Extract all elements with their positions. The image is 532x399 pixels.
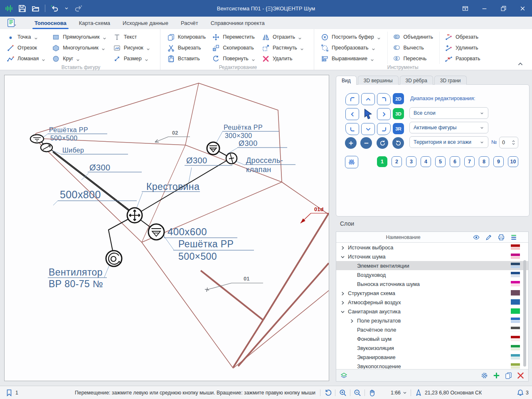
territory-scope-dropdown[interactable]: Территория и все этажи xyxy=(409,136,488,148)
expand-arrow-icon[interactable] xyxy=(340,291,345,296)
edit-column-icon[interactable] xyxy=(483,234,495,241)
layer-color-swatch[interactable] xyxy=(511,254,520,259)
nav-corner-tl-button[interactable] xyxy=(345,93,359,105)
tab-5[interactable]: Справочники проекта xyxy=(204,17,271,29)
chevron-down-icon[interactable] xyxy=(251,57,256,61)
ribbon-circle-button[interactable]: Круг xyxy=(51,53,108,64)
layer-color-swatch[interactable] xyxy=(511,336,520,341)
layer-row-1[interactable]: Источник выброса xyxy=(336,243,528,252)
chevron-down-icon[interactable] xyxy=(146,46,150,50)
number-stepper[interactable]: 0 xyxy=(499,137,518,148)
add-layer-button[interactable] xyxy=(493,372,500,379)
pan-hand-button[interactable] xyxy=(369,389,376,397)
tab-3[interactable]: Исходные данные xyxy=(116,17,175,29)
ribbon-polygon-button[interactable]: Многоугольник xyxy=(51,42,108,53)
restore-button[interactable] xyxy=(494,0,513,17)
figures-scope-dropdown[interactable]: Активные фигуры xyxy=(409,122,488,133)
ribbon-paste-button[interactable]: Вставить xyxy=(166,53,207,64)
nav-down-button[interactable] xyxy=(361,123,375,135)
undo-button[interactable] xyxy=(51,5,59,12)
floors-filter-button[interactable] xyxy=(345,156,358,168)
view-panel-tab-3[interactable]: 3D рёбра xyxy=(400,76,433,85)
open-button[interactable] xyxy=(32,5,39,12)
ribbon-delete-button[interactable]: Удалить xyxy=(261,53,305,64)
ribbon-point-button[interactable]: Точка xyxy=(6,32,47,42)
nav-left-button[interactable] xyxy=(345,108,359,120)
ribbon-union-button[interactable]: Объединить xyxy=(392,32,434,42)
layers-scrollbar[interactable] xyxy=(523,260,526,367)
ribbon-transform-button[interactable]: Преобразовать xyxy=(320,42,382,53)
floor-button-2[interactable]: 2 xyxy=(392,156,402,167)
chevron-down-icon[interactable] xyxy=(480,126,484,130)
chevron-down-icon[interactable] xyxy=(480,111,484,116)
layer-row-6[interactable]: Структурная схема xyxy=(336,288,528,298)
ribbon-trim-button[interactable]: Обрезать xyxy=(444,32,482,42)
ribbon-duplicate-button[interactable]: Скопировать xyxy=(211,42,257,53)
layers-name-column-header[interactable]: Наименование xyxy=(336,234,470,240)
redo-button[interactable] xyxy=(74,5,82,12)
layer-row-7[interactable]: Атмосферный воздух xyxy=(336,298,528,307)
floor-button-8[interactable]: 8 xyxy=(479,156,489,167)
floor-button-7[interactable]: 7 xyxy=(464,156,475,167)
layer-row-2[interactable]: Источник шума xyxy=(336,252,528,261)
ribbon-picture-button[interactable]: Рисунок xyxy=(112,42,152,53)
ribbon-intersect-button[interactable]: Пересечь xyxy=(392,53,434,64)
layer-row-8[interactable]: Санитарная акустика xyxy=(336,307,528,316)
layer-row-4[interactable]: Воздуховод xyxy=(336,270,528,279)
expand-arrow-icon[interactable] xyxy=(350,318,354,323)
rotate-cw-button[interactable] xyxy=(377,137,388,149)
color-column-icon[interactable] xyxy=(507,234,520,241)
tab-2[interactable]: Карта-схема xyxy=(73,17,116,29)
view-panel-tab-4[interactable]: 3D грани xyxy=(434,76,467,85)
tab-4[interactable]: Расчёт xyxy=(175,17,204,29)
view-panel-tab-2[interactable]: 3D вершины xyxy=(358,76,399,85)
layer-settings-button[interactable] xyxy=(481,372,488,379)
ribbon-rotate-button[interactable]: Повернуть xyxy=(211,53,257,64)
save-button[interactable] xyxy=(18,5,26,12)
chevron-down-icon[interactable] xyxy=(41,57,46,61)
layer-row-14[interactable]: Звукопоглощение xyxy=(336,362,528,369)
close-button[interactable] xyxy=(513,0,532,17)
ribbon-dimension-button[interactable]: Размер xyxy=(112,53,152,64)
floor-button-6[interactable]: 6 xyxy=(450,156,460,167)
zoom-out-button[interactable] xyxy=(354,389,361,397)
ribbon-rect-button[interactable]: Прямоугольник xyxy=(51,32,108,42)
nav-corner-tr-button[interactable] xyxy=(377,93,391,105)
north-arrow-icon[interactable] xyxy=(415,389,422,397)
tab-1-active[interactable]: Топооснова xyxy=(28,17,73,29)
add-button[interactable] xyxy=(345,137,357,149)
layer-color-swatch[interactable] xyxy=(511,263,520,268)
ribbon-subtract-button[interactable]: Вычесть xyxy=(392,42,434,53)
floor-button-9[interactable]: 9 xyxy=(493,156,504,167)
scale-value[interactable]: 1:66 xyxy=(391,390,401,396)
layer-color-swatch[interactable] xyxy=(511,345,520,350)
ribbon-text-button[interactable]: Текст xyxy=(112,32,152,42)
layer-row-12[interactable]: Звукоизоляция xyxy=(336,343,528,352)
chevron-down-icon[interactable] xyxy=(144,57,149,61)
expand-arrow-icon[interactable] xyxy=(340,245,345,250)
layer-color-swatch[interactable] xyxy=(511,354,520,360)
layers-stack-icon[interactable] xyxy=(340,372,347,379)
chevron-down-icon[interactable] xyxy=(377,35,381,39)
ribbon-move-button[interactable]: Переместить xyxy=(211,32,257,42)
mode-2d-button[interactable]: 2D xyxy=(393,93,404,104)
ribbon-copy-button[interactable]: Копировать xyxy=(166,32,207,42)
scale-chevron-icon[interactable] xyxy=(402,390,407,395)
floor-button-10[interactable]: 10 xyxy=(508,156,518,167)
collapse-ribbon-button[interactable] xyxy=(517,61,524,67)
chevron-down-icon[interactable] xyxy=(102,35,107,39)
mode-3r-button[interactable]: 3R xyxy=(393,123,404,134)
layer-color-swatch[interactable] xyxy=(511,363,520,369)
project-sheet-icon[interactable] xyxy=(7,18,17,28)
undo-history-chevron-icon[interactable] xyxy=(64,6,69,11)
chevron-down-icon[interactable] xyxy=(371,46,376,50)
layer-color-swatch[interactable] xyxy=(511,327,520,332)
layer-color-swatch[interactable] xyxy=(511,272,520,277)
chevron-down-icon[interactable] xyxy=(298,35,302,39)
floor-button-3[interactable]: 3 xyxy=(406,156,416,167)
remove-button[interactable] xyxy=(360,137,372,149)
collapse-arrow-icon[interactable] xyxy=(340,309,345,314)
floor-button-5[interactable]: 5 xyxy=(435,156,446,167)
layer-row-11[interactable]: Фоновый шум xyxy=(336,334,528,343)
expand-arrow-icon[interactable] xyxy=(340,300,345,305)
